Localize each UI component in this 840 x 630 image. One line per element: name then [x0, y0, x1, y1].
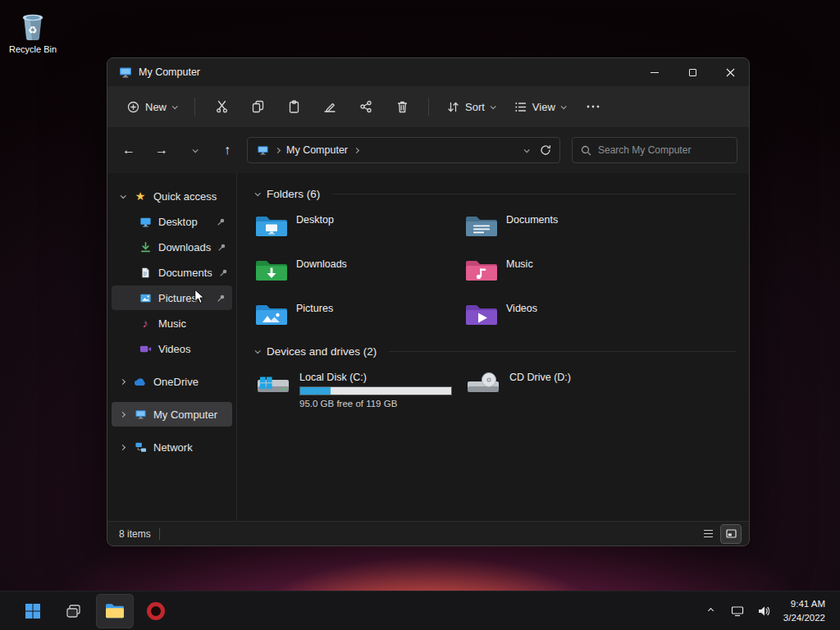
view-button[interactable]: View: [506, 93, 573, 121]
folder-tile-music[interactable]: Music: [465, 257, 662, 283]
file-explorer-button[interactable]: [97, 595, 133, 628]
recycle-bin[interactable]: ♻ Recycle Bin: [7, 10, 59, 54]
item-count: 8 items: [119, 528, 151, 540]
share-button[interactable]: [349, 93, 382, 121]
more-options-button[interactable]: [577, 93, 609, 121]
sidebar-item-documents[interactable]: Documents: [112, 260, 232, 285]
sidebar-item-label: Videos: [158, 343, 191, 355]
toolbar-divider: [428, 98, 429, 116]
video-icon: [139, 342, 152, 355]
refresh-icon: [540, 144, 551, 156]
folders-header-label: Folders (6): [267, 188, 320, 200]
folders-grid: Desktop Documents: [255, 212, 749, 327]
document-icon: [139, 266, 152, 279]
search-box[interactable]: [572, 137, 737, 163]
folders-group-header[interactable]: Folders (6): [255, 181, 749, 206]
star-icon: ★: [134, 189, 147, 203]
sidebar-item-music[interactable]: ♪ Music: [112, 311, 232, 336]
recent-locations-button[interactable]: [181, 137, 208, 163]
recycle-bin-icon: ♻: [19, 10, 47, 41]
sidebar-item-pictures[interactable]: Pictures: [112, 285, 232, 310]
address-bar[interactable]: My Computer: [247, 137, 560, 163]
music-folder-icon: [465, 257, 498, 283]
start-button[interactable]: [15, 595, 51, 628]
sort-button[interactable]: Sort: [439, 93, 503, 121]
details-view-icon: [703, 529, 714, 538]
chevron-right-icon: [118, 445, 127, 450]
collapse-chevron-icon: [255, 190, 261, 196]
maximize-button[interactable]: [673, 58, 711, 86]
chevron-down-icon: [118, 194, 127, 199]
titlebar[interactable]: My Computer: [107, 58, 749, 86]
search-input[interactable]: [598, 144, 728, 156]
videos-folder-icon: [465, 301, 498, 327]
folder-tile-documents[interactable]: Documents: [465, 212, 662, 239]
breadcrumb[interactable]: My Computer: [286, 144, 348, 156]
sidebar-item-desktop[interactable]: Desktop: [112, 209, 232, 234]
sidebar-item-downloads[interactable]: Downloads: [112, 235, 232, 259]
sidebar-item-network[interactable]: Network: [112, 435, 232, 459]
drive-name: CD Drive (D:): [509, 372, 571, 383]
pin-icon: [217, 217, 226, 226]
sidebar-item-quick-access[interactable]: ★ Quick access: [112, 184, 232, 208]
paste-button[interactable]: [277, 93, 310, 121]
sidebar-item-videos[interactable]: Videos: [112, 336, 232, 361]
drive-tile-d[interactable]: CD Drive (D:): [465, 372, 669, 409]
network-tray-button[interactable]: [726, 596, 749, 626]
sidebar-item-label: OneDrive: [153, 376, 199, 388]
local-disk-icon: [255, 372, 291, 398]
folder-tile-pictures[interactable]: Pictures: [255, 301, 452, 327]
pin-icon: [219, 268, 228, 277]
tray-overflow-button[interactable]: [700, 596, 723, 626]
cut-button[interactable]: [205, 93, 238, 121]
cut-icon: [216, 100, 228, 113]
file-explorer-icon: [105, 603, 125, 619]
drive-free-space: 95.0 GB free of 119 GB: [299, 399, 452, 409]
computer-icon: [256, 144, 269, 157]
folder-name: Music: [506, 258, 533, 270]
sort-label: Sort: [465, 101, 485, 113]
clock[interactable]: 9:41 AM 3/24/2022: [778, 597, 832, 623]
devices-group-header[interactable]: Devices and drives (2): [255, 339, 749, 363]
downloads-icon: [139, 240, 152, 253]
minimize-button[interactable]: [636, 58, 673, 86]
chevron-down-icon: [560, 103, 566, 109]
folder-tile-downloads[interactable]: Downloads: [255, 257, 452, 283]
copy-button[interactable]: [241, 93, 274, 121]
sidebar-item-label: Desktop: [158, 216, 198, 228]
address-dropdown-icon[interactable]: [524, 147, 530, 153]
group-divider: [332, 194, 736, 194]
pictures-folder-icon: [255, 301, 288, 327]
recycle-bin-label: Recycle Bin: [9, 44, 57, 54]
pin-icon: [217, 294, 226, 303]
back-button[interactable]: ←: [116, 137, 142, 163]
computer-icon: [134, 408, 147, 421]
volume-tray-button[interactable]: [752, 596, 775, 626]
refresh-button[interactable]: [540, 144, 551, 156]
sidebar-item-my-computer[interactable]: My Computer: [112, 402, 232, 427]
large-icons-view-button[interactable]: [721, 525, 741, 543]
ellipsis-icon: [587, 105, 600, 108]
file-explorer-window: My Computer New: [107, 57, 750, 546]
sidebar-item-onedrive[interactable]: OneDrive: [112, 369, 232, 394]
sidebar-item-label: Music: [158, 317, 186, 330]
delete-button[interactable]: [386, 93, 418, 121]
drive-tile-c[interactable]: Local Disk (C:) 95.0 GB free of 119 GB: [255, 372, 459, 409]
close-button[interactable]: [711, 58, 749, 86]
folder-tile-videos[interactable]: Videos: [465, 301, 662, 327]
sidebar-item-label: Network: [153, 441, 193, 454]
browser-app-button[interactable]: [138, 595, 174, 628]
speaker-icon: [757, 605, 770, 617]
new-button[interactable]: New: [119, 93, 185, 121]
task-view-button[interactable]: [56, 595, 92, 628]
up-button[interactable]: ↑: [214, 137, 240, 163]
forward-button[interactable]: →: [148, 137, 175, 163]
command-bar: New Sort: [107, 86, 749, 127]
folder-tile-desktop[interactable]: Desktop: [255, 212, 452, 239]
details-view-button[interactable]: [698, 525, 718, 543]
documents-folder-icon: [465, 212, 498, 239]
collapse-chevron-icon: [255, 348, 261, 354]
rename-button[interactable]: [313, 93, 346, 121]
browser-app-icon: [147, 602, 165, 620]
sidebar: ★ Quick access Desktop Down: [107, 173, 237, 521]
